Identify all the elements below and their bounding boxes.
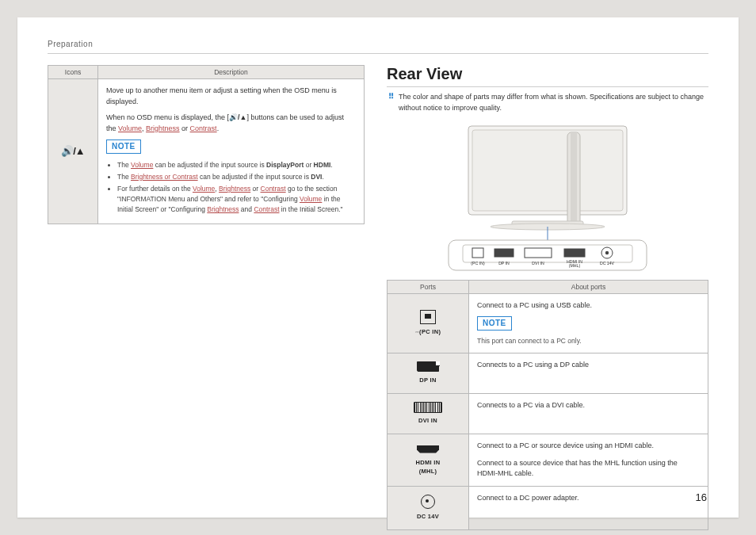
link-volume[interactable]: Volume	[131, 161, 153, 169]
port-label: DVI IN	[392, 416, 464, 426]
note-item: For further details on the Volume, Brigh…	[117, 184, 356, 216]
port-icon-cell: DVI IN	[388, 393, 469, 434]
svg-rect-1	[472, 130, 623, 211]
port-label: DP IN	[392, 376, 464, 385]
port-label: HDMI IN (MHL)	[392, 458, 464, 476]
col-about-ports: About ports	[469, 281, 708, 294]
port-label-dvi: DVI IN	[532, 261, 544, 266]
port-desc: Connect to a PC or source device using a…	[469, 434, 708, 487]
port-label-hdmi-2: (MHL)	[569, 263, 581, 268]
svg-rect-3	[571, 132, 577, 226]
page-number: 16	[696, 491, 707, 503]
monitor-rear-svg: (PC IN) DP IN DVI IN HDMI IN (MHL) DC 14…	[425, 121, 670, 272]
port-icon-cell: ⎓(PC IN)	[388, 294, 469, 353]
port-icon-cell: HDMI IN (MHL)	[388, 434, 469, 487]
table-header-row: Ports About ports	[388, 281, 708, 294]
svg-point-14	[605, 251, 609, 254]
section-title: Rear View	[387, 65, 708, 87]
link-brightness[interactable]: Brightness	[146, 124, 180, 132]
port-desc: Connect to a PC using a USB cable. NOTE …	[469, 294, 708, 353]
note-badge: NOTE	[106, 139, 141, 154]
svg-rect-12	[564, 249, 585, 257]
port-note: This port can connect to a PC only.	[477, 336, 700, 346]
col-description: Description	[98, 66, 365, 79]
desc-line-1: Move up to another menu item or adjust a…	[106, 86, 356, 108]
note-list: The Volume can be adjusted if the input …	[106, 160, 356, 216]
header-rule	[48, 53, 708, 54]
desc-line-2: When no OSD menu is displayed, the [🔊/▲]…	[106, 113, 356, 135]
right-column: Rear View ⠿ The color and shape of parts…	[387, 65, 708, 530]
note-item: The Volume can be adjusted if the input …	[117, 160, 356, 170]
ports-table: Ports About ports ⎓(PC IN) Connect to a …	[387, 280, 708, 530]
svg-rect-9	[472, 248, 483, 258]
rear-view-figure: (PC IN) DP IN DVI IN HDMI IN (MHL) DC 14…	[387, 121, 708, 272]
col-icons: Icons	[48, 66, 98, 79]
port-icon-cell: DP IN	[388, 353, 469, 394]
port-label-pcin: (PC IN)	[471, 261, 485, 266]
running-head: Preparation	[48, 40, 708, 48]
manual-page: Preparation Icons Description 🔊/▲ Move u…	[17, 17, 739, 518]
left-column: Icons Description 🔊/▲ Move up to another…	[48, 65, 365, 530]
port-label: DC 14V	[392, 512, 464, 522]
displayport-icon	[417, 361, 439, 372]
port-label-dc: DC 14V	[600, 261, 615, 266]
port-label: ⎓(PC IN)	[392, 327, 464, 337]
bullet-icon: ⠿	[388, 92, 394, 113]
link-brightness-contrast[interactable]: Brightness or Contrast	[131, 173, 198, 181]
port-row-hdmi: HDMI IN (MHL) Connect to a PC or source …	[388, 434, 708, 487]
usb-port-icon	[420, 310, 436, 324]
dc-power-icon	[421, 495, 435, 509]
osd-up-icon-cell: 🔊/▲	[48, 79, 98, 224]
note-item: The Brightness or Contrast can be adjust…	[117, 172, 356, 182]
port-icon-cell: DC 14V	[388, 487, 469, 530]
port-label-dp: DP IN	[498, 261, 510, 266]
port-row-dvi: DVI IN Connects to a PC via a DVI cable.	[388, 393, 708, 434]
port-row-dp: DP IN Connects to a PC using a DP cable	[388, 353, 708, 394]
lead-note: ⠿ The color and shape of parts may diffe…	[388, 92, 708, 113]
inline-button-glyph: 🔊/▲	[229, 113, 246, 121]
icons-description-table: Icons Description 🔊/▲ Move up to another…	[48, 65, 365, 224]
table-header-row: Icons Description	[48, 66, 365, 79]
link-volume[interactable]: Volume	[118, 124, 142, 132]
port-desc: Connect to a DC power adapter.	[469, 487, 708, 530]
svg-rect-11	[525, 248, 552, 258]
port-row-dc: DC 14V Connect to a DC power adapter.	[388, 487, 708, 530]
svg-rect-10	[494, 249, 514, 257]
link-contrast[interactable]: Contrast	[190, 124, 217, 132]
col-ports: Ports	[388, 281, 469, 294]
osd-up-description: Move up to another menu item or adjust a…	[98, 79, 365, 224]
two-column-layout: Icons Description 🔊/▲ Move up to another…	[48, 65, 708, 530]
hdmi-port-icon	[417, 445, 439, 453]
volume-up-arrow-icon: 🔊/▲	[61, 145, 84, 157]
port-desc: Connects to a PC using a DP cable	[469, 353, 708, 394]
port-row-usb: ⎓(PC IN) Connect to a PC using a USB cab…	[388, 294, 708, 353]
table-row: 🔊/▲ Move up to another menu item or adju…	[48, 79, 365, 224]
dvi-port-icon	[414, 402, 442, 413]
note-badge: NOTE	[477, 316, 512, 331]
port-desc: Connects to a PC via a DVI cable.	[469, 393, 708, 434]
lead-text: The color and shape of parts may differ …	[399, 92, 708, 113]
